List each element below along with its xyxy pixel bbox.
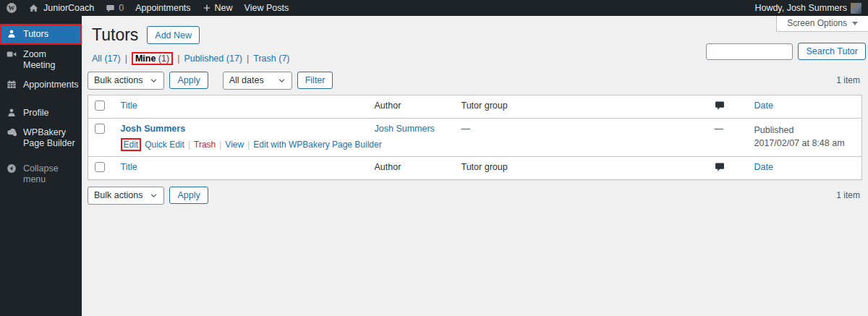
filter-count: (17): [104, 54, 120, 64]
all-dates-selected-value: All dates: [229, 75, 264, 85]
admin-bar-appointments[interactable]: Appointments: [129, 0, 196, 16]
filter-label: Mine: [135, 54, 156, 64]
column-header-tutor-group: Tutor group: [455, 156, 708, 179]
author-link[interactable]: Josh Summers: [375, 124, 435, 134]
sidebar-item-label: Profile: [23, 108, 48, 119]
filter-label: All: [92, 54, 102, 64]
site-name-link[interactable]: JuniorCoach: [23, 0, 100, 16]
post-title-link[interactable]: Josh Summers: [121, 124, 186, 134]
comments-value: —: [715, 124, 724, 134]
sidebar-separator: [0, 95, 82, 103]
apply-button[interactable]: Apply: [169, 72, 208, 89]
comments-column-icon: [715, 162, 725, 172]
table-footer-row: Title Author Tutor group Date: [88, 156, 862, 179]
person-icon: [7, 29, 17, 39]
admin-bar-view-posts[interactable]: View Posts: [239, 0, 295, 16]
sidebar-item-wpbakery[interactable]: WPBakery Page Builder: [0, 123, 82, 153]
sidebar-item-tutors[interactable]: Tutors: [0, 24, 82, 45]
howdy-account-link[interactable]: Howdy, Josh Summers: [749, 3, 867, 14]
wpbakery-edit-link[interactable]: Edit with WPBakery Page Builder: [253, 140, 381, 150]
bulk-actions-select[interactable]: Bulk actions: [88, 72, 164, 90]
howdy-label: Howdy, Josh Summers: [754, 3, 847, 13]
table-header-row: Title Author Tutor group Date: [88, 95, 862, 118]
svg-text:W: W: [9, 4, 15, 12]
table-row: Josh Summers Edit Quick Edit | Trash | V…: [88, 118, 862, 156]
filter-count: (17): [226, 54, 242, 64]
screen-options-button[interactable]: Screen Options: [776, 16, 868, 32]
plus-icon: [203, 4, 211, 12]
column-header-author: Author: [368, 156, 455, 179]
column-header-author: Author: [368, 95, 455, 118]
person-icon: [7, 108, 17, 118]
bulk-actions-selected-value: Bulk actions: [94, 75, 142, 85]
bulk-actions-select[interactable]: Bulk actions: [88, 187, 164, 205]
search-tutor-button[interactable]: Search Tutor: [798, 43, 866, 60]
sidebar: Tutors Zoom Meeting Appointments Profile…: [0, 16, 82, 316]
wordpress-logo-icon[interactable]: W: [0, 0, 23, 16]
item-count: 1 item: [836, 75, 862, 85]
search-box: Search Tutor: [706, 43, 866, 60]
action-separator: |: [188, 140, 190, 150]
column-header-date[interactable]: Date: [754, 101, 773, 111]
admin-bar-new[interactable]: New: [197, 0, 239, 16]
search-input[interactable]: [706, 43, 793, 60]
sidebar-item-label: WPBakery Page Builder: [23, 127, 75, 149]
sidebar-item-collapse-menu[interactable]: Collapse menu: [0, 159, 82, 189]
annotation-box-edit: Edit: [121, 138, 142, 151]
filter-label: Published: [184, 54, 224, 64]
column-header-title[interactable]: Title: [121, 162, 137, 172]
sidebar-item-zoom-meeting[interactable]: Zoom Meeting: [0, 45, 82, 75]
main-content: Screen Options Search Tutor Tutors Add N…: [82, 16, 868, 316]
filter-separator: |: [125, 54, 127, 64]
trash-link[interactable]: Trash: [194, 140, 216, 150]
filter-mine-link[interactable]: Mine (1): [135, 54, 169, 64]
filter-trash-link[interactable]: Trash (7): [253, 54, 289, 64]
video-icon: [7, 49, 17, 59]
sidebar-item-profile[interactable]: Profile: [0, 103, 82, 123]
appointments-label: Appointments: [135, 3, 190, 13]
filter-count: (1): [158, 54, 169, 64]
bulk-actions-selected-value: Bulk actions: [94, 190, 142, 200]
view-link[interactable]: View: [225, 140, 244, 150]
row-checkbox[interactable]: [95, 124, 105, 134]
filter-label: Trash: [253, 54, 276, 64]
add-new-button[interactable]: Add New: [147, 26, 200, 44]
column-header-date[interactable]: Date: [754, 162, 773, 172]
calendar-icon: [7, 80, 17, 90]
filter-separator: |: [247, 54, 249, 64]
comment-bubble-icon: [106, 4, 115, 13]
avatar: [851, 3, 861, 14]
action-separator: |: [247, 140, 250, 150]
column-header-title[interactable]: Title: [121, 101, 137, 111]
comments-column-icon: [715, 101, 725, 111]
row-actions: Edit Quick Edit | Trash | View | Edit wi…: [121, 138, 362, 151]
edit-link[interactable]: Edit: [124, 140, 139, 150]
admin-bar-comments[interactable]: 0: [100, 0, 129, 16]
select-all-checkbox[interactable]: [95, 101, 105, 111]
filter-published-link[interactable]: Published (17): [184, 54, 242, 64]
tablenav-top: Bulk actions Apply All dates Filter 1 it…: [88, 72, 862, 90]
wordpress-logo-icon: W: [6, 2, 17, 14]
apply-button[interactable]: Apply: [169, 187, 208, 204]
filter-count: (7): [278, 54, 289, 64]
sidebar-item-label: Appointments: [23, 80, 78, 90]
action-separator: |: [219, 140, 221, 150]
filter-separator: |: [177, 54, 179, 64]
home-icon: [29, 4, 40, 13]
admin-bar: W JuniorCoach 0 Appointments New View Po…: [0, 0, 868, 16]
chevron-down-icon: [150, 192, 158, 200]
sidebar-item-label: Zoom Meeting: [23, 49, 75, 71]
tutor-group-value: —: [461, 124, 471, 134]
select-all-checkbox[interactable]: [95, 162, 105, 172]
sidebar-item-appointments[interactable]: Appointments: [0, 75, 82, 95]
filter-button[interactable]: Filter: [297, 72, 333, 89]
chevron-down-icon: [150, 77, 158, 85]
annotation-box-mine: Mine (1): [132, 52, 173, 65]
quick-edit-link[interactable]: Quick Edit: [145, 140, 184, 150]
post-status: Published: [754, 124, 856, 137]
chevron-down-icon: [852, 22, 858, 25]
item-count: 1 item: [836, 190, 862, 200]
all-dates-select[interactable]: All dates: [223, 72, 292, 90]
sidebar-item-label: Collapse menu: [23, 163, 75, 185]
filter-all-link[interactable]: All (17): [92, 54, 121, 64]
